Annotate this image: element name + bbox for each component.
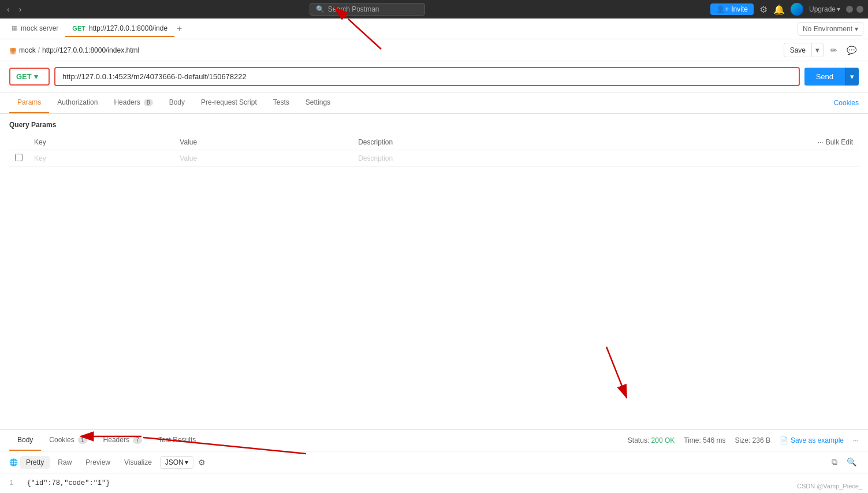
tab-mock-server[interactable]: ▦ mock server: [5, 21, 65, 37]
main-content: ▦ mock server GET http://127.0.0.1:8000/…: [0, 18, 868, 493]
forward-button[interactable]: ›: [17, 3, 24, 15]
env-label: No Environment: [803, 25, 852, 33]
top-bar-center: 🔍 Search Postman: [28, 3, 706, 16]
breadcrumb-actions: Save ▾ ✏ 💬: [784, 43, 859, 57]
size-value: 236 B: [752, 436, 770, 444]
description-cell[interactable]: Description: [352, 150, 859, 167]
breadcrumb-parent[interactable]: mock: [19, 46, 36, 54]
tab-server-label: mock server: [21, 24, 58, 32]
tab-bar: ▦ mock server GET http://127.0.0.1:8000/…: [0, 18, 868, 39]
format-icons-right: ⧉ 🔍: [829, 455, 859, 469]
request-tabs: Params Authorization Headers 8 Body Pre-…: [0, 92, 868, 114]
collection-icon: ▦: [9, 46, 17, 55]
bulk-edit-button[interactable]: ··· Bulk Edit: [818, 138, 853, 146]
cookies-link[interactable]: Cookies: [834, 99, 859, 107]
avatar[interactable]: [791, 3, 803, 16]
comment-button[interactable]: 💬: [844, 43, 859, 57]
tab-authorization[interactable]: Authorization: [49, 92, 106, 113]
copy-icon[interactable]: ⧉: [829, 455, 840, 469]
resp-tab-cookies[interactable]: Cookies 1: [41, 430, 95, 451]
format-type-dropdown[interactable]: JSON ▾: [160, 456, 193, 469]
send-button-group: Send ▾: [804, 68, 859, 86]
key-column-header: Key: [28, 135, 174, 150]
row-checkbox[interactable]: [9, 150, 28, 167]
table-row: Key Value Description: [9, 150, 859, 167]
search-box[interactable]: 🔍 Search Postman: [310, 3, 425, 16]
response-json: {"id":78,"code":"1"}: [27, 479, 110, 487]
description-column-header: Description ··· Bulk Edit: [352, 135, 859, 150]
params-section: Query Params Key Value Description ···: [0, 114, 868, 429]
watermark: CSDN @Vamp_Piece_: [797, 483, 862, 490]
tab-body[interactable]: Body: [161, 92, 193, 113]
response-status-bar: Status: 200 OK Time: 546 ms Size: 236 B …: [628, 436, 859, 444]
request-bar: GET ▾ Send ▾: [0, 61, 868, 92]
tab-method: GET: [72, 25, 85, 32]
fmt-tab-visualize[interactable]: Visualize: [118, 456, 158, 469]
method-select[interactable]: GET ▾: [9, 68, 50, 86]
save-button[interactable]: Save: [784, 44, 811, 57]
window-controls: [846, 6, 863, 13]
search-icon: 🔍: [316, 5, 325, 13]
invite-button[interactable]: 👤+ Invite: [710, 3, 754, 15]
breadcrumb-current: http://127.0.0.1:8000/index.html: [42, 46, 139, 54]
search-placeholder: Search Postman: [328, 5, 379, 13]
tab-request[interactable]: GET http://127.0.0.1:8000/inde: [65, 21, 174, 37]
format-dropdown-icon: ▾: [185, 458, 188, 466]
size-label: Size: 236 B: [735, 436, 770, 444]
method-dropdown-icon: ▾: [34, 72, 38, 81]
chevron-down-icon: ▾: [837, 5, 840, 13]
breadcrumb-separator: /: [38, 46, 40, 54]
tab-pre-request-script[interactable]: Pre-request Script: [193, 92, 265, 113]
bell-icon[interactable]: 🔔: [773, 4, 785, 15]
save-example-button[interactable]: 📄 Save as example: [780, 436, 844, 444]
breadcrumb: ▦ mock / http://127.0.0.1:8000/index.htm…: [9, 46, 139, 55]
fmt-tab-pretty[interactable]: Pretty: [20, 456, 50, 469]
params-table: Key Value Description ··· Bulk Edit: [9, 135, 859, 167]
response-tabs-bar: Body Cookies 1 Headers 7 Test Results St…: [0, 429, 868, 451]
edit-button[interactable]: ✏: [828, 43, 840, 57]
url-input[interactable]: [54, 67, 800, 86]
more-options-button[interactable]: ···: [853, 436, 859, 444]
query-params-title: Query Params: [9, 121, 859, 129]
upgrade-button[interactable]: Upgrade ▾: [809, 5, 840, 13]
method-label: GET: [16, 72, 32, 81]
fmt-tab-preview[interactable]: Preview: [80, 456, 116, 469]
gear-icon[interactable]: ⚙: [759, 4, 768, 15]
add-tab-button[interactable]: +: [174, 21, 184, 36]
maximize-button[interactable]: [856, 6, 863, 13]
invite-icon: 👤+: [716, 5, 729, 13]
tab-settings[interactable]: Settings: [297, 92, 338, 113]
key-cell[interactable]: Key: [28, 150, 174, 167]
status-value: 200 OK: [651, 436, 675, 444]
status-label: Status: 200 OK: [628, 436, 675, 444]
send-button[interactable]: Send: [804, 68, 845, 86]
back-button[interactable]: ‹: [5, 3, 12, 15]
search-response-icon[interactable]: 🔍: [844, 455, 859, 469]
value-cell[interactable]: Value: [174, 150, 352, 167]
fmt-tab-raw[interactable]: Raw: [52, 456, 77, 469]
server-icon: ▦: [12, 24, 17, 32]
value-column-header: Value: [174, 135, 352, 150]
time-value: 546 ms: [703, 436, 725, 444]
tab-params[interactable]: Params: [9, 92, 49, 113]
resp-tab-body[interactable]: Body: [9, 430, 41, 451]
top-bar-left: ‹ ›: [5, 3, 24, 15]
tab-headers[interactable]: Headers 8: [106, 92, 161, 113]
save-dropdown-button[interactable]: ▾: [811, 43, 823, 57]
tab-tests[interactable]: Tests: [265, 92, 297, 113]
format-options-icon[interactable]: ⚙: [196, 455, 208, 469]
check-col-header: [9, 135, 28, 150]
breadcrumb-bar: ▦ mock / http://127.0.0.1:8000/index.htm…: [0, 39, 868, 61]
response-body: 1 {"id":78,"code":"1"}: [0, 473, 868, 493]
environment-select[interactable]: No Environment ▾: [798, 22, 863, 36]
resp-tab-test-results[interactable]: Test Results: [150, 430, 204, 451]
env-dropdown-icon: ▾: [855, 25, 858, 33]
time-label: Time: 546 ms: [684, 436, 725, 444]
save-button-group: Save ▾: [784, 43, 824, 57]
globe-icon: 🌐: [9, 458, 18, 466]
resp-tab-headers[interactable]: Headers 7: [95, 430, 150, 451]
send-dropdown-button[interactable]: ▾: [845, 68, 859, 86]
top-bar: ‹ › 🔍 Search Postman 👤+ Invite ⚙ 🔔 Upgra…: [0, 0, 868, 18]
minimize-button[interactable]: [846, 6, 853, 13]
top-bar-right: 👤+ Invite ⚙ 🔔 Upgrade ▾: [710, 3, 863, 16]
